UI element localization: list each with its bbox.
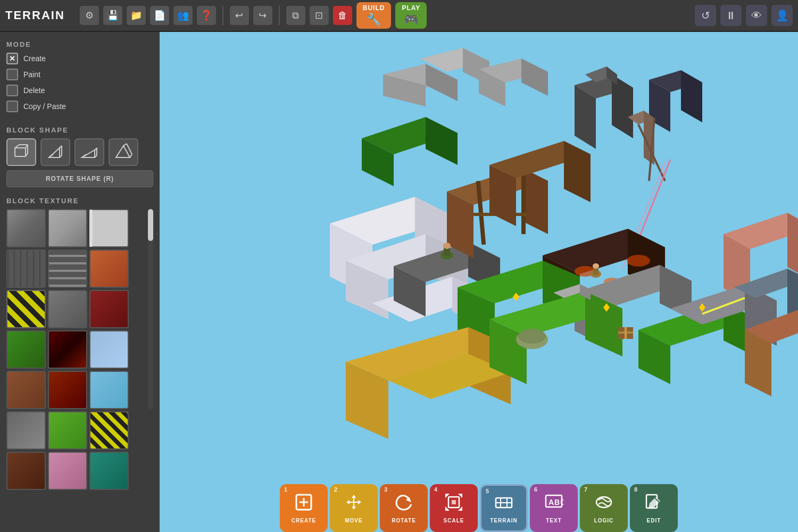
shape-triangle[interactable] xyxy=(109,138,138,166)
copy-icon[interactable]: ⧉ xyxy=(286,6,305,25)
texture-stone2[interactable] xyxy=(6,411,46,450)
tool-scale-button[interactable]: 4 SCALE xyxy=(430,484,478,532)
undo-icon[interactable]: ↩ xyxy=(230,6,249,25)
redo-icon[interactable]: ↪ xyxy=(253,6,272,25)
tool-edit-button[interactable]: 8 EDIT xyxy=(630,484,678,532)
texture-hazard[interactable] xyxy=(6,290,46,328)
tool-rotate-label: ROTATE xyxy=(392,518,416,523)
tool-logic-icon xyxy=(594,493,613,516)
tool-scale-label: SCALE xyxy=(444,518,464,523)
shape-cube[interactable] xyxy=(6,138,36,166)
svg-point-113 xyxy=(518,329,546,344)
check-icon: ✕ xyxy=(9,54,15,63)
file-icon[interactable]: 📄 xyxy=(150,6,169,25)
tool-rotate-button[interactable]: 3 ROTATE xyxy=(380,484,428,532)
viewport[interactable]: 1 CREATE 2 xyxy=(160,32,798,532)
texture-scrollbar-thumb[interactable] xyxy=(148,209,153,241)
tool-text-button[interactable]: 6 ABC TEXT xyxy=(530,484,578,532)
tool-create-number: 1 xyxy=(284,486,288,493)
tool-terrain-label: TERRAIN xyxy=(490,518,517,523)
main-content: MODE ✕ Create Paint Delete Copy / Paste xyxy=(0,32,798,532)
mode-paint[interactable]: Paint xyxy=(6,69,153,80)
help-icon[interactable]: ❓ xyxy=(197,6,216,25)
wrench-icon: 🔧 xyxy=(367,13,381,27)
mode-create-checkbox[interactable]: ✕ xyxy=(6,53,18,64)
svg-rect-0 xyxy=(15,148,26,156)
mode-delete[interactable]: Delete xyxy=(6,85,153,96)
pause-icon[interactable]: ⏸ xyxy=(720,5,742,26)
tool-create-label: CREATE xyxy=(292,518,316,523)
group-icon[interactable]: 👥 xyxy=(173,6,193,25)
block-texture-title: BLOCK TEXTURE xyxy=(6,197,153,205)
texture-grass-light[interactable] xyxy=(48,411,87,450)
eye-icon[interactable]: 👁 xyxy=(746,5,767,26)
build-label: BUILD xyxy=(363,4,385,12)
rotate-shape-button[interactable]: ROTATE SHAPE (R) xyxy=(6,170,153,187)
mode-paint-checkbox[interactable] xyxy=(6,69,18,80)
texture-scroll-container xyxy=(6,209,153,409)
texture-scrollbar[interactable] xyxy=(148,209,153,409)
texture-hazard2[interactable] xyxy=(89,411,129,450)
tool-text-label: TEXT xyxy=(546,518,562,523)
shape-wedge[interactable] xyxy=(40,138,70,166)
svg-line-18 xyxy=(130,154,132,157)
tool-text-number: 6 xyxy=(534,486,538,493)
svg-marker-16 xyxy=(116,146,130,157)
separator-2 xyxy=(279,6,280,25)
mode-create[interactable]: ✕ Create xyxy=(6,53,153,64)
tool-move-icon xyxy=(344,493,363,516)
texture-ice2[interactable] xyxy=(89,371,129,409)
texture-lava-dark[interactable] xyxy=(48,330,87,369)
texture-teal[interactable] xyxy=(89,452,129,490)
texture-green[interactable] xyxy=(6,330,46,369)
tool-scale-number: 4 xyxy=(434,486,438,493)
svg-rect-104 xyxy=(593,268,598,275)
svg-text:ABC: ABC xyxy=(548,498,563,506)
terrain-scene-svg xyxy=(160,32,798,532)
texture-vertical-lines[interactable] xyxy=(6,250,46,288)
mode-create-label: Create xyxy=(23,54,46,63)
svg-line-17 xyxy=(123,144,127,146)
texture-white-bar[interactable] xyxy=(89,209,129,247)
tool-logic-number: 7 xyxy=(584,486,588,493)
mode-section: MODE ✕ Create Paint Delete Copy / Paste xyxy=(6,40,153,117)
build-button[interactable]: BUILD 🔧 xyxy=(356,2,392,29)
mode-copypaste[interactable]: Copy / Paste xyxy=(6,101,153,112)
tool-move-button[interactable]: 2 MOVE xyxy=(330,484,378,532)
tool-terrain-button[interactable]: 5 TERRAIN xyxy=(480,484,528,532)
texture-dark-red[interactable] xyxy=(89,290,129,328)
texture-gray-stone[interactable] xyxy=(6,209,46,247)
folder-icon[interactable]: 📁 xyxy=(127,6,146,25)
texture-light-stone[interactable] xyxy=(48,209,87,247)
mode-delete-checkbox[interactable] xyxy=(6,85,18,96)
shape-icons-row xyxy=(6,138,153,166)
play-button[interactable]: PLAY 🎮 xyxy=(395,2,427,29)
refresh-icon[interactable]: ↺ xyxy=(695,5,716,26)
tool-rotate-icon xyxy=(394,493,413,516)
texture-horiz-lines[interactable] xyxy=(48,250,87,288)
tool-move-label: MOVE xyxy=(345,518,362,523)
tool-text-icon: ABC xyxy=(544,493,563,516)
delete-icon[interactable]: 🗑 xyxy=(333,6,352,25)
mode-copypaste-checkbox[interactable] xyxy=(6,101,18,112)
shape-ramp[interactable] xyxy=(74,138,104,166)
texture-brown2[interactable] xyxy=(6,452,46,490)
texture-dirt[interactable] xyxy=(6,371,46,409)
save-icon[interactable]: 💾 xyxy=(103,6,122,25)
settings-icon[interactable]: ⚙ xyxy=(80,6,99,25)
texture-lava2[interactable] xyxy=(48,371,87,409)
svg-point-102 xyxy=(443,243,451,249)
user-icon[interactable]: 👤 xyxy=(771,5,793,26)
texture-ice-blue[interactable] xyxy=(89,330,129,369)
tool-create-button[interactable]: 1 CREATE xyxy=(280,484,328,532)
texture-gray-tile[interactable] xyxy=(48,290,87,328)
tool-move-number: 2 xyxy=(334,486,338,493)
tool-scale-icon xyxy=(444,493,463,516)
texture-pink[interactable] xyxy=(48,452,87,490)
texture-orange-brick[interactable] xyxy=(89,250,129,288)
mode-paint-label: Paint xyxy=(23,70,40,79)
frame-icon[interactable]: ⊡ xyxy=(310,6,329,25)
tool-create-icon xyxy=(294,493,313,516)
tool-terrain-number: 5 xyxy=(486,488,489,494)
tool-logic-button[interactable]: 7 LOGIC xyxy=(580,484,628,532)
